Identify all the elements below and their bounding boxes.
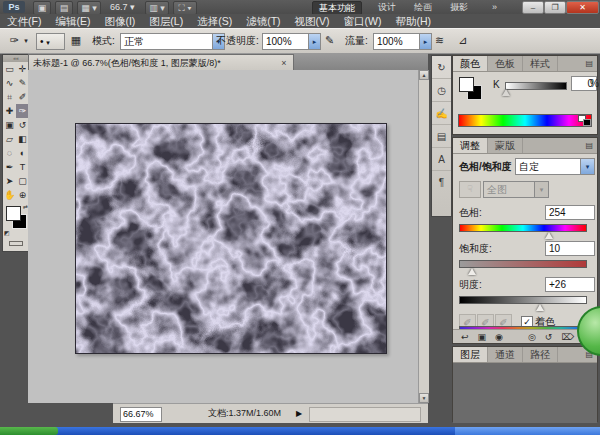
screen-mode-icon[interactable]: ⛶ ▾ (173, 1, 197, 15)
document-tab[interactable]: 未标题-1 @ 66.7%(色相/饱和度 1, 图层蒙版/8)* × (28, 54, 294, 71)
reset-icon[interactable]: ↺ (545, 332, 553, 342)
spinner-icon[interactable]: ▸ (419, 34, 431, 49)
clone-source-panel-icon[interactable]: ▤ (432, 125, 451, 148)
pasteboard[interactable] (28, 70, 418, 403)
view-extras-icon[interactable]: ▦ ▾ (77, 1, 101, 15)
tab-channels[interactable]: 通道 (488, 347, 523, 362)
status-options-icon[interactable]: ▶ (296, 407, 302, 420)
k-channel-slider[interactable] (505, 82, 567, 90)
healing-brush-tool[interactable]: ✚ (3, 104, 16, 118)
targeted-adjustment-icon[interactable]: ☟ (459, 181, 481, 198)
lightness-field[interactable]: +26 (545, 277, 595, 292)
tab-paths[interactable]: 路径 (523, 347, 558, 362)
scroll-up-icon[interactable]: ▲ (419, 70, 429, 80)
launch-bridge-icon[interactable]: ▣ (33, 1, 51, 15)
arrange-documents-icon[interactable]: ▥ ▾ (145, 1, 169, 15)
menu-layer[interactable]: 图层(L) (142, 14, 190, 28)
current-tool-icon[interactable]: ✑ (5, 32, 23, 49)
tablet-pressure-icon[interactable]: ⊿ (455, 32, 470, 49)
eraser-tool[interactable]: ▱ (3, 132, 16, 146)
blur-tool[interactable]: ◌ (3, 146, 16, 160)
animation-panel-icon[interactable]: ◷ (432, 79, 451, 102)
scroll-down-icon[interactable]: ▼ (419, 393, 429, 403)
foreground-color-swatch[interactable] (459, 77, 474, 92)
brush-preset-picker[interactable]: • ▾ (36, 33, 65, 50)
restore-button[interactable]: ❐ (544, 1, 566, 14)
toggle-brush-panel-icon[interactable]: ▦ (68, 32, 84, 49)
hue-field[interactable]: 254 (545, 205, 595, 220)
vertical-scrollbar[interactable]: ▲ ▼ (418, 70, 429, 403)
opacity-field[interactable]: 100% ▸ (262, 33, 321, 50)
saturation-slider-thumb[interactable] (468, 268, 476, 275)
tab-layers[interactable]: 图层 (453, 347, 488, 362)
panel-menu-icon[interactable]: ▤ (581, 138, 597, 153)
menu-image[interactable]: 图像(I) (97, 14, 142, 28)
rectangular-marquee-tool[interactable]: ▭ (3, 62, 16, 76)
start-button[interactable] (0, 427, 58, 435)
channel-select[interactable]: 全图 ▾ (483, 181, 549, 198)
workspace-painting[interactable]: 绘画 (408, 1, 438, 13)
zoom-level-control[interactable]: 66.7 ▾ (110, 1, 135, 13)
toggle-visibility-icon[interactable]: ◉ (495, 332, 503, 342)
pen-tool[interactable]: ✒ (3, 160, 16, 174)
preset-select[interactable]: 自定 ▾ (515, 158, 595, 175)
canvas[interactable] (75, 123, 387, 354)
color-spectrum-ramp[interactable] (458, 114, 592, 127)
default-colors-icon[interactable]: ◩ (4, 229, 10, 236)
tab-color[interactable]: 颜色 (453, 56, 488, 71)
tool-preset-chevron-icon[interactable]: ▾ (22, 32, 30, 49)
taskbar-item[interactable] (455, 427, 600, 435)
foreground-color-swatch[interactable] (6, 206, 21, 221)
menu-file[interactable]: 文件(F) (0, 14, 48, 28)
menu-view[interactable]: 视图(V) (288, 14, 337, 28)
brush-presets-panel-icon[interactable]: ✍ (432, 102, 451, 125)
opacity-pressure-icon[interactable]: ✎ (322, 32, 337, 49)
workspace-overflow-icon[interactable]: » (486, 1, 503, 13)
status-zoom-field[interactable]: 66.67% (120, 407, 162, 422)
saturation-slider[interactable] (459, 260, 587, 268)
photoshop-window: Ps ▣ ▤ ▦ ▾ 66.7 ▾ ▥ ▾ ⛶ ▾ 基本功能 设计 绘画 摄影 … (0, 0, 600, 435)
workspace-essentials[interactable]: 基本功能 (312, 1, 362, 15)
menu-select[interactable]: 选择(S) (190, 14, 239, 28)
flow-field[interactable]: 100% ▸ (373, 33, 432, 50)
history-panel-icon[interactable]: ↻ (432, 56, 451, 79)
menu-window[interactable]: 窗口(W) (337, 14, 389, 28)
menu-edit[interactable]: 编辑(E) (48, 14, 97, 28)
path-selection-tool[interactable]: ➤ (3, 174, 16, 188)
delete-adjustment-icon[interactable]: ⌦ (561, 332, 574, 342)
character-panel-icon[interactable]: A (432, 148, 451, 171)
spinner-icon[interactable]: ▸ (308, 34, 320, 49)
tab-close-icon[interactable]: × (279, 55, 289, 71)
paragraph-panel-icon[interactable]: ¶ (432, 171, 451, 193)
lightness-slider[interactable] (459, 296, 587, 304)
saturation-field[interactable]: 10 (545, 241, 595, 256)
k-slider-thumb[interactable] (502, 89, 510, 96)
hand-tool[interactable]: ✋ (3, 188, 16, 202)
crop-tool[interactable]: ⌗ (3, 90, 16, 104)
minimize-button[interactable]: – (522, 1, 544, 14)
tab-styles[interactable]: 样式 (523, 56, 558, 71)
panel-menu-icon[interactable]: ▤ (581, 56, 597, 71)
clone-stamp-tool[interactable]: ▣ (3, 118, 16, 132)
workspace-design[interactable]: 设计 (372, 1, 402, 13)
view-previous-state-icon[interactable]: ◎ (528, 332, 536, 342)
menu-filter[interactable]: 滤镜(T) (239, 14, 287, 28)
workspace-photography[interactable]: 摄影 (444, 1, 474, 13)
tab-swatches[interactable]: 色板 (488, 56, 523, 71)
lightness-slider-thumb[interactable] (536, 304, 544, 311)
blend-mode-select[interactable]: 正常 ▾ (120, 33, 225, 50)
launch-mini-bridge-icon[interactable]: ▤ (55, 1, 73, 15)
close-button[interactable]: ✕ (566, 1, 599, 14)
toolbox-collapse-icon[interactable]: «« (3, 55, 29, 62)
clip-to-layer-icon[interactable]: ▣ (478, 332, 487, 342)
tab-masks[interactable]: 蒙版 (488, 138, 523, 153)
quick-mask-mode-icon[interactable] (9, 241, 23, 246)
hue-slider-thumb[interactable] (545, 232, 553, 239)
return-to-adjustment-list-icon[interactable]: ↩ (461, 332, 469, 342)
hue-slider[interactable] (459, 224, 587, 232)
spectrum-black-swatch[interactable] (583, 119, 591, 126)
lasso-tool[interactable]: ∿ (3, 76, 16, 90)
menu-help[interactable]: 帮助(H) (389, 14, 439, 28)
airbrush-icon[interactable]: ≋ (432, 32, 447, 49)
tab-adjustments[interactable]: 调整 (453, 138, 488, 153)
